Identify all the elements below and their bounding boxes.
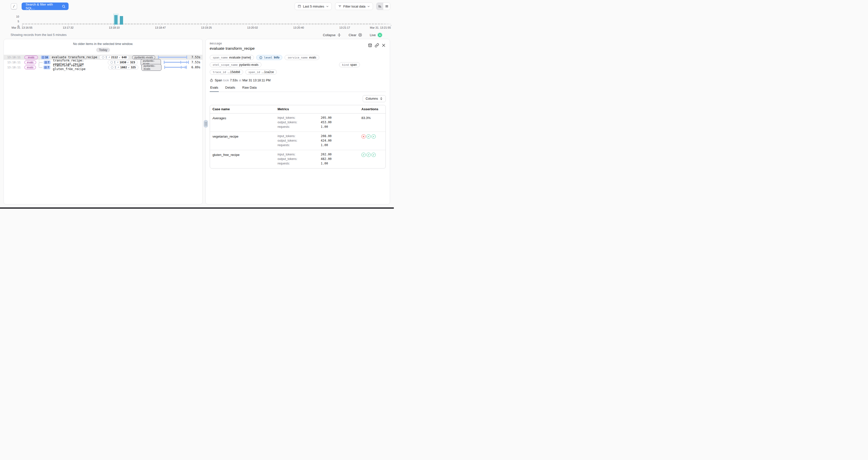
chevron-down-icon [367, 5, 370, 8]
search-button-label: Search & filter with SQL... [26, 2, 62, 10]
token-coin-icon [102, 56, 104, 59]
child-count: 7 [48, 66, 49, 69]
collapse-button[interactable]: Collapse [323, 33, 341, 37]
search-button[interactable]: Search & filter with SQL... [22, 2, 68, 10]
time-range-button[interactable]: Last 5 minutes [294, 2, 332, 10]
histogram-plot[interactable] [22, 15, 391, 25]
duration-text: 7.53s [189, 61, 200, 64]
assertion-fail-icon [362, 134, 366, 139]
live-button-label: Live [370, 33, 376, 37]
span-name-pill[interactable]: span_name evaluate {name} [210, 55, 254, 60]
x-tick-label: 13:19:25 [201, 26, 212, 29]
tokens-received-arrow-icon: ↙ [119, 56, 121, 59]
metric-value: 205.00 [321, 116, 362, 120]
assertions-percentage: 83.3% [362, 116, 371, 120]
evals-tag-badge[interactable]: evals [24, 56, 38, 59]
assertions-cell [362, 134, 383, 147]
tree-connector [39, 67, 42, 68]
evals-table-row[interactable]: gluten_free_recipe input_tokens: 202.00 … [210, 150, 385, 168]
evals-table-row[interactable]: vegetarian_recipe input_tokens: 208.00 o… [210, 132, 385, 150]
evals-tag-badge[interactable]: evals [24, 61, 36, 64]
empty-window-notice: No older items in the selected time wind… [4, 42, 203, 46]
live-toggle-button[interactable]: Live ◆ [370, 33, 382, 37]
token-coin-icon [110, 61, 113, 64]
evals-tag-badge[interactable]: evals [24, 66, 36, 69]
x-tick-label: 13:20:40 [293, 26, 304, 29]
tree-connector [39, 62, 43, 63]
tab-details[interactable]: Details [225, 86, 236, 92]
collapse-children-badge[interactable]: 16 [41, 56, 49, 59]
assertion-pass-icon [366, 153, 371, 157]
timing-at: at [239, 78, 241, 82]
status-row: Showing records from the last 5 minutes … [0, 32, 394, 38]
histogram-bar[interactable] [114, 15, 118, 25]
topbar: / Search & filter with SQL... Last 5 min… [3, 2, 390, 10]
dock-panel-icon[interactable] [368, 43, 372, 47]
clear-button[interactable]: Clear [349, 33, 362, 37]
attr-key: level [264, 56, 272, 59]
metric-label: output_tokens: [278, 157, 321, 161]
clear-circle-x-icon [358, 33, 362, 37]
metric-value: 202.00 [321, 153, 362, 156]
metric-value: 453.00 [321, 121, 362, 124]
columns-button[interactable]: Columns [363, 95, 386, 102]
tokens-sent: 2112 [111, 56, 118, 59]
service-name-pill[interactable]: service_name evals [285, 55, 319, 60]
span-name: transform_recipe: gluten_free_recipe [53, 64, 108, 71]
filter-local-data-button[interactable]: Filter local data [335, 2, 373, 10]
expand-children-badge[interactable]: 7 [43, 66, 50, 69]
trace-id-pill[interactable]: trace_id ...15ddb8 [210, 70, 243, 74]
child-count: 7 [48, 61, 49, 64]
timing-took: took [223, 78, 229, 82]
span-detail-panel: message evaluate transform_recipe span_n… [206, 39, 390, 204]
case-name: Averages [213, 116, 278, 129]
expand-children-badge[interactable]: 7 [44, 61, 51, 64]
slash-shortcut-key: / [11, 3, 17, 9]
panel-resize-handle[interactable] [204, 120, 208, 128]
col-assertions: Assertions [362, 107, 383, 111]
close-icon[interactable] [381, 43, 386, 47]
trace-row[interactable]: 13:18:11 evals 7 transform_recipe: glute… [4, 65, 203, 70]
attr-key: trace_id [213, 71, 226, 74]
attr-value: pydantic-evals [239, 63, 258, 67]
metric-label: output_tokens: [278, 121, 321, 124]
collapse-icon [337, 33, 341, 37]
minus-square-icon [42, 56, 44, 59]
attr-value: ...1ca2ce [261, 70, 274, 74]
metric-value: 208.00 [321, 134, 362, 138]
level-pill[interactable]: level Info [256, 55, 282, 60]
showing-records-text: Showing records from the last 5 minutes [10, 33, 67, 37]
tree-view-toggle[interactable] [376, 3, 383, 10]
otel-scope-tag[interactable]: pydantic-evals [132, 56, 155, 59]
chevrons-up-down-icon [380, 97, 383, 100]
metric-value: 424.00 [321, 139, 362, 142]
kind-pill[interactable]: kind span [339, 62, 360, 67]
tab-raw-data[interactable]: Raw Data [242, 86, 257, 92]
attr-key: service_name [287, 56, 307, 59]
evals-table-row[interactable]: Averages input_tokens: 205.00 output_tok… [210, 113, 385, 132]
row-timestamp: 13:18:11 [7, 66, 20, 69]
attr-key: otel_scope_name [213, 63, 238, 67]
list-view-toggle[interactable] [383, 3, 390, 10]
case-name: gluten_free_recipe [213, 153, 278, 165]
otel-scope-name-pill[interactable]: otel_scope_name pydantic-evals [210, 62, 261, 67]
main-content: No older items in the selected time wind… [3, 39, 390, 204]
token-usage-pill: Σ ↗ 1030 ↙ 323 [108, 60, 137, 65]
attr-key: kind [342, 63, 349, 67]
histogram-bar[interactable] [120, 16, 123, 25]
rows-icon [385, 4, 389, 8]
col-metrics: Metrics [278, 107, 362, 111]
copy-link-icon[interactable] [375, 43, 379, 47]
records-histogram: 10 5 0 Mar 31. 13:16:5513:17:3213:18:101… [0, 12, 394, 30]
tab-evals[interactable]: Evals [210, 86, 219, 92]
stopwatch-icon [210, 78, 214, 82]
record-kind-label: message [210, 42, 386, 45]
collapse-button-label: Collapse [323, 33, 336, 37]
calendar-icon [298, 4, 301, 8]
attr-key: span_name [213, 56, 228, 59]
span-id-pill[interactable]: span_id ...1ca2ce [245, 70, 277, 74]
duration-bar [164, 61, 189, 64]
timing-prefix: Span [215, 78, 222, 82]
otel-scope-tag[interactable]: pydantic-evals [142, 64, 161, 71]
sum-icon: Σ [114, 61, 116, 64]
